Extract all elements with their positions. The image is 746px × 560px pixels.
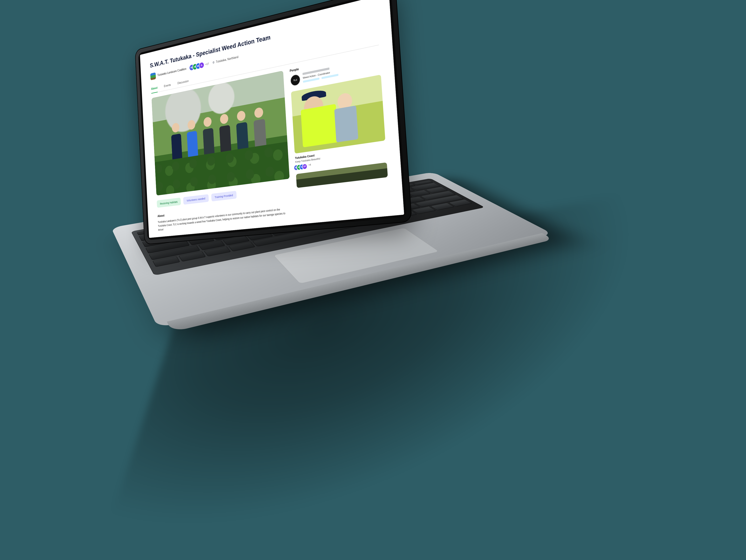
location-text: Tutukaka, Northland [216, 55, 238, 63]
member-avatars[interactable]: We AW BS JL +17 [190, 61, 209, 71]
main-column: Restoring Habitats Volunteers needed Tra… [151, 71, 292, 232]
location-chip[interactable]: Tutukaka, Northland [212, 55, 238, 64]
related-card-avatars[interactable]: We AC GR OP +4 [295, 153, 386, 170]
person-link-placeholder[interactable] [321, 74, 338, 79]
tag-restoring-habitats[interactable]: Restoring Habitats [157, 197, 181, 207]
avatar: We [294, 165, 298, 170]
avatar: JL [199, 62, 204, 68]
related-card-image-secondary[interactable] [296, 162, 388, 188]
tag-volunteers-needed[interactable]: Volunteers needed [183, 194, 209, 205]
map-pin-icon [212, 61, 215, 64]
organisation-logo [150, 72, 156, 80]
related-card-image[interactable] [291, 75, 385, 153]
person-link-placeholder[interactable] [303, 78, 320, 83]
avatar-overflow-count: +4 [309, 163, 311, 168]
screen-content: S.W.A.T. Tutukaka - Specialist Weed Acti… [140, 0, 404, 238]
person-avatar: TLC [290, 74, 301, 87]
tab-about[interactable]: About [151, 86, 158, 94]
related-card-title[interactable]: Tutukaka Coast [295, 143, 386, 160]
organisation-name: Tutukaka Landcare Coalition [157, 67, 186, 77]
hero-image[interactable] [151, 71, 290, 195]
person-name-placeholder [303, 67, 329, 75]
people-heading: People [290, 51, 380, 73]
laptop-screen: S.W.A.T. Tutukaka - Specialist Weed Acti… [140, 0, 404, 238]
tag-training-provided[interactable]: Training Provided [211, 191, 237, 201]
svg-point-0 [213, 62, 214, 63]
person-links [303, 74, 339, 83]
person-card[interactable]: TLC Weed Action - Coordinator [290, 57, 380, 87]
tab-events[interactable]: Events [164, 83, 171, 91]
person-role: Weed Action - Coordinator [303, 69, 338, 80]
tab-discussion[interactable]: Discussion [177, 79, 189, 88]
related-card-subtitle: Keep Tutukaka Beautiful [295, 148, 386, 163]
avatar-overflow-count: +17 [205, 62, 209, 66]
meta-row: Tutukaka Landcare Coalition We AW BS JL … [150, 21, 378, 80]
